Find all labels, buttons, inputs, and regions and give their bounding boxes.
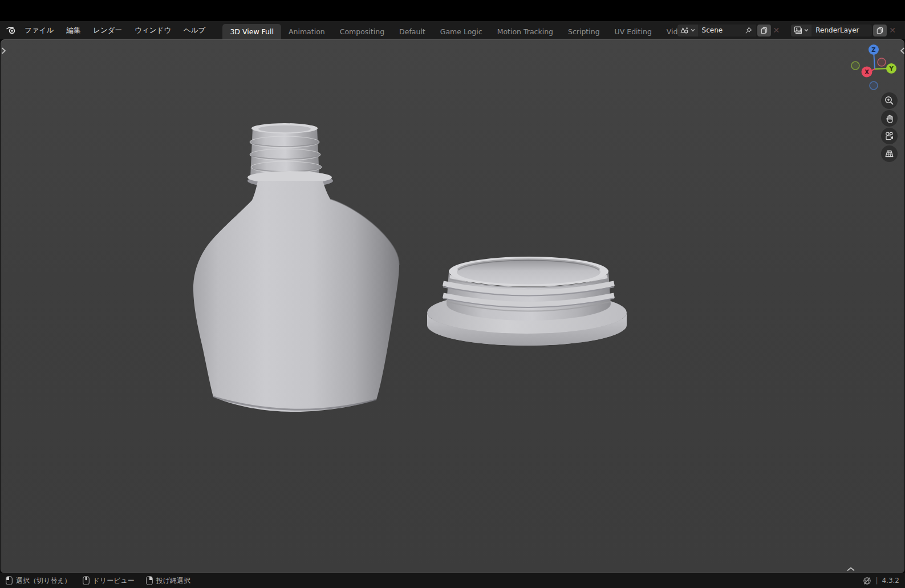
chevron-down-icon — [691, 29, 695, 32]
view-layer-browse-button[interactable] — [791, 25, 811, 37]
menu-render[interactable]: レンダー — [87, 23, 128, 38]
topbar: ファイル 編集 レンダー ウィンドウ ヘルプ 3D View Full Anim… — [0, 21, 905, 39]
view-layer-selector: RenderLayer ✕ — [791, 25, 898, 37]
axis-neg-y-ball[interactable] — [878, 58, 886, 66]
scene-unlink-button[interactable]: ✕ — [771, 26, 782, 34]
titlebar-strip — [0, 0, 905, 21]
view-layer-remove-button[interactable]: ✕ — [887, 26, 898, 34]
hint-dolly-label: ドリービュー — [93, 576, 135, 586]
render-layer-icon — [794, 26, 802, 34]
hand-icon — [884, 113, 895, 124]
tab-default[interactable]: Default — [392, 24, 433, 39]
duplicate-icon — [876, 27, 883, 34]
pan-button[interactable] — [881, 110, 898, 127]
duplicate-icon — [761, 27, 768, 34]
scene-name: Scene — [702, 26, 723, 34]
tab-game-logic[interactable]: Game Logic — [433, 24, 490, 39]
view-layer-name-field[interactable]: RenderLayer — [811, 25, 872, 37]
scene-selector: Scene ✕ — [677, 25, 782, 37]
menu-edit[interactable]: 編集 — [60, 23, 86, 38]
scene-new-button[interactable] — [757, 25, 771, 37]
axis-y-label: Y — [888, 66, 894, 72]
tab-animation[interactable]: Animation — [281, 24, 332, 39]
magnifier-plus-icon — [884, 96, 894, 106]
axis-x-label: X — [865, 69, 869, 75]
tab-motion-tracking[interactable]: Motion Tracking — [490, 24, 561, 39]
mouse-middle-icon — [83, 576, 90, 585]
hint-select: 選択（切り替え） — [6, 576, 71, 586]
status-separator: | — [875, 577, 878, 585]
axis-z-label: Z — [871, 47, 875, 53]
keymap-hints: 選択（切り替え） ドリービュー 投げ縄選択 — [6, 576, 190, 586]
grid-icon — [884, 149, 895, 159]
version-label: 4.3.2 — [882, 577, 899, 585]
tab-compositing[interactable]: Compositing — [332, 24, 392, 39]
view-layer-name: RenderLayer — [815, 26, 859, 34]
bottle-cap[interactable] — [427, 257, 627, 346]
perspective-toggle-button[interactable] — [881, 145, 898, 162]
menu-file[interactable]: ファイル — [19, 23, 59, 38]
hint-select-label: 選択（切り替え） — [16, 576, 71, 586]
view-layer-new-button[interactable] — [873, 25, 887, 37]
offline-globe-icon — [863, 577, 871, 585]
mouse-left-icon — [6, 576, 13, 585]
axis-neg-z-ball[interactable] — [870, 82, 878, 90]
chevron-down-icon — [804, 29, 809, 32]
scene-icon — [680, 27, 689, 34]
menu-help[interactable]: ヘルプ — [178, 23, 211, 38]
hint-dolly: ドリービュー — [83, 576, 135, 586]
zoom-button[interactable] — [881, 92, 898, 109]
hint-lasso: 投げ縄選択 — [146, 576, 190, 586]
camera-view-button[interactable] — [881, 128, 898, 144]
main-menus: ファイル 編集 レンダー ウィンドウ ヘルプ — [19, 23, 211, 38]
mouse-right-icon — [146, 576, 153, 585]
sidebar-expand-arrow[interactable] — [900, 47, 905, 55]
pin-icon[interactable] — [745, 27, 752, 34]
status-right: | 4.3.2 — [863, 577, 899, 585]
viewport-3d[interactable]: Z Y X — [1, 39, 904, 573]
hint-lasso-label: 投げ縄選択 — [156, 576, 190, 586]
workspace-tabs: 3D View Full Animation Compositing Defau… — [222, 21, 677, 39]
axis-neg-x-ball[interactable] — [851, 62, 859, 70]
id-selectors: Scene ✕ — [677, 25, 898, 37]
navigation-gizmo[interactable]: Z Y X — [843, 43, 900, 94]
3d-scene — [1, 40, 905, 573]
tab-uv-editing[interactable]: UV Editing — [607, 24, 659, 39]
tab-3d-view-full[interactable]: 3D View Full — [222, 24, 281, 39]
camera-icon — [884, 131, 895, 141]
status-bar: 選択（切り替え） ドリービュー 投げ縄選択 | 4.3.2 — [0, 573, 905, 588]
blender-logo-icon[interactable] — [6, 26, 17, 35]
menu-window[interactable]: ウィンドウ — [129, 23, 177, 38]
toolbar-expand-arrow[interactable] — [1, 47, 6, 55]
region-resize-chevron[interactable] — [846, 563, 855, 574]
scene-name-field[interactable]: Scene — [698, 25, 756, 37]
tab-scripting[interactable]: Scripting — [561, 24, 607, 39]
scene-browse-button[interactable] — [677, 25, 698, 37]
bottle[interactable] — [193, 123, 399, 412]
viewport-nav-buttons — [881, 92, 898, 162]
